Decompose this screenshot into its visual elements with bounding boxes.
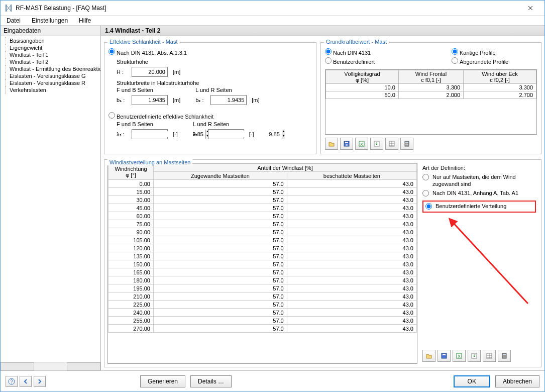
table-row[interactable]: 135.0057.043.0 <box>108 252 417 260</box>
annotation-arrow <box>438 213 538 329</box>
table-row[interactable]: 45.0057.043.0 <box>108 204 417 212</box>
spinner-l2[interactable]: ▲▼ <box>208 129 244 139</box>
table-row[interactable]: 30.0057.043.0 <box>108 196 417 204</box>
open-icon[interactable] <box>422 350 435 362</box>
table-grundkraft[interactable]: Völligkeitsgradφ [%] Wind Frontalc f0,1 … <box>325 69 537 135</box>
highlight-annotation: Benutzerdefinierte Verteilung <box>422 201 536 213</box>
label-b2: b₂ : <box>195 97 207 104</box>
cancel-button[interactable]: Abbrechen <box>495 375 539 387</box>
svg-point-12 <box>406 144 407 145</box>
excel-import-icon[interactable] <box>370 138 383 150</box>
open-icon[interactable] <box>325 138 338 150</box>
spin-up-icon: ▲ <box>282 130 285 134</box>
radio-grund-din[interactable]: Nach DIN 4131 <box>325 48 371 56</box>
sidebar-hscroll[interactable] <box>1 362 100 370</box>
table-icon[interactable] <box>385 138 398 150</box>
next-icon[interactable] <box>34 376 46 387</box>
calculator-icon[interactable] <box>498 350 511 362</box>
sidebar: Eingabedaten Basisangaben Eigengewicht W… <box>1 26 101 370</box>
svg-rect-16 <box>443 354 446 355</box>
table-distribution[interactable]: Windrichtungφ [°] Anteil der Windlast [%… <box>107 163 417 364</box>
generate-button[interactable]: Generieren <box>140 375 185 387</box>
table-row[interactable]: 165.0057.043.0 <box>108 268 417 276</box>
table-row[interactable]: 10.03.3003.300 <box>326 84 536 91</box>
menu-file[interactable]: Datei <box>4 16 24 25</box>
input-H[interactable] <box>132 67 168 77</box>
excel-export-icon[interactable]: X <box>453 350 466 362</box>
table-row[interactable]: 210.0057.043.0 <box>108 292 417 301</box>
tree-item[interactable]: Windlast - Teil 1 <box>1 51 100 58</box>
save-icon[interactable] <box>340 138 353 150</box>
label-l2: λ₂ : <box>193 131 205 138</box>
table-row[interactable]: 270.0057.043.0 <box>108 325 417 333</box>
groupbox-grundkraft: Grundkraftbeiwert - Mast Nach DIN 4131 B… <box>320 42 541 154</box>
radio-profile-kantig[interactable]: Kantige Profile <box>452 48 496 56</box>
radio-dist-only[interactable]: Nur auf Mastseiten, die dem Wind zugewan… <box>422 174 536 188</box>
label-struct-h: Strukturhöhe <box>117 59 312 65</box>
table-row[interactable]: 50.02.0002.700 <box>326 91 536 99</box>
table-row[interactable]: 150.0057.043.0 <box>108 260 417 268</box>
groupbox-slenderness: Effektive Schlankheit - Mast Nach DIN 41… <box>104 42 316 154</box>
radio-dist-user[interactable]: Benutzerdefinierte Verteilung <box>425 203 506 210</box>
details-button[interactable]: Details … <box>190 375 232 387</box>
label-l1: λ₁ : <box>117 131 129 138</box>
tree-item[interactable]: Basisangaben <box>1 37 100 44</box>
label-fb2: F und B Seiten <box>117 121 178 127</box>
table-row[interactable]: 240.0057.043.0 <box>108 309 417 317</box>
menu-settings[interactable]: Einstellungen <box>29 16 71 25</box>
tree-item[interactable]: Eislasten - Vereisungsklasse G <box>1 72 100 79</box>
calculator-icon[interactable] <box>400 138 413 150</box>
save-icon[interactable] <box>438 350 451 362</box>
help-icon[interactable]: ? <box>6 376 18 387</box>
svg-text:X: X <box>360 142 363 147</box>
tree-item[interactable]: Windlast - Teil 2 <box>1 58 100 65</box>
svg-rect-4 <box>346 144 348 146</box>
groupbox-title: Windlastverteilung an Mastseiten <box>107 159 192 165</box>
svg-point-11 <box>405 144 406 145</box>
table-row[interactable]: 195.0057.043.0 <box>108 284 417 292</box>
label-b1: b₁ : <box>117 97 129 104</box>
app-icon <box>5 4 13 12</box>
svg-line-14 <box>453 222 528 304</box>
window-title: RF-MAST Belastung - [FAQ Mast] <box>16 5 520 12</box>
tree-item[interactable]: Verkehrslasten <box>1 86 100 93</box>
table-row[interactable]: 0.0057.043.0 <box>108 180 417 188</box>
svg-rect-3 <box>345 142 348 143</box>
table-row[interactable]: 15.0057.043.0 <box>108 188 417 196</box>
table-row[interactable]: 105.0057.043.0 <box>108 236 417 244</box>
radio-slender-user[interactable]: Benutzerdefinierte effektive Schlankheit <box>108 112 213 120</box>
table-row[interactable]: 90.0057.043.0 <box>108 228 417 236</box>
input-b1[interactable] <box>132 95 168 105</box>
close-button[interactable] <box>520 1 540 15</box>
prev-icon[interactable] <box>20 376 32 387</box>
table-row[interactable]: 75.0057.043.0 <box>108 220 417 228</box>
input-b2[interactable] <box>210 95 247 105</box>
tree-item[interactable]: Eislasten - Vereisungsklasse R <box>1 79 100 86</box>
excel-export-icon[interactable]: X <box>355 138 368 150</box>
sidebar-head: Eingabedaten <box>1 26 100 36</box>
excel-import-icon[interactable] <box>468 350 481 362</box>
label-struct-b: Strukturbreite in Halbstrukturhöhe <box>117 80 312 86</box>
unit-m: [m] <box>173 69 180 75</box>
table-row[interactable]: 120.0057.043.0 <box>108 244 417 252</box>
groupbox-title: Effektive Schlankheit - Mast <box>107 39 180 45</box>
table-row[interactable]: 225.0057.043.0 <box>108 301 417 309</box>
radio-dist-din[interactable]: Nach DIN 4131, Anhang A, Tab. A1 <box>422 190 518 197</box>
ok-button[interactable]: OK <box>454 375 490 387</box>
table-icon[interactable] <box>483 350 496 362</box>
radio-grund-user[interactable]: Benutzerdefiniert <box>325 57 375 65</box>
svg-rect-10 <box>405 142 408 143</box>
nav-tree: Basisangaben Eigengewicht Windlast - Tei… <box>1 36 100 362</box>
tree-item[interactable]: Windlast - Ermittlung des Böenreaktionsf… <box>1 65 100 72</box>
footer: ? Generieren Details … OK Abbrechen <box>1 370 544 391</box>
radio-profile-abgerundet[interactable]: Abgerundete Profile <box>452 57 508 65</box>
menubar: Datei Einstellungen Hilfe <box>1 16 544 26</box>
menu-help[interactable]: Hilfe <box>76 16 94 25</box>
table-row[interactable]: 60.0057.043.0 <box>108 212 417 220</box>
app-window: RF-MAST Belastung - [FAQ Mast] Datei Ein… <box>0 0 545 392</box>
tree-item[interactable]: Eigengewicht <box>1 44 100 51</box>
spinner-l1[interactable]: ▲▼ <box>132 129 168 139</box>
radio-slender-din[interactable]: Nach DIN 4131, Abs. A.1.3.1 <box>108 48 187 56</box>
table-row[interactable]: 255.0057.043.0 <box>108 317 417 325</box>
table-row[interactable]: 180.0057.043.0 <box>108 276 417 284</box>
